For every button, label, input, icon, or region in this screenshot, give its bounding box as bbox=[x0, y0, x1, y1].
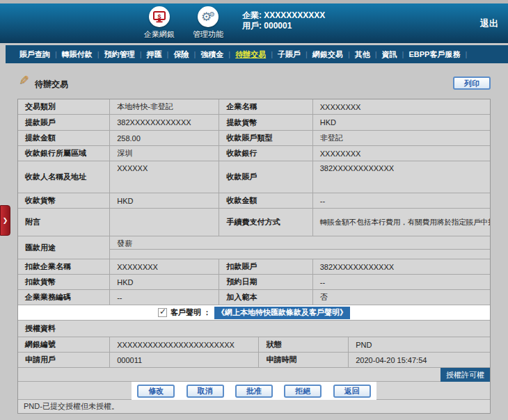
approve-button[interactable]: 批准 bbox=[235, 385, 273, 398]
field-label: 收款人名稱及地址 bbox=[18, 161, 110, 193]
nav-management-functions[interactable]: ⚙ 管理功能 bbox=[193, 6, 223, 40]
field-value: -- bbox=[313, 193, 490, 208]
nav-item-pending-transactions[interactable]: 待辦交易 bbox=[235, 49, 278, 60]
field-label: 扣款賬戶 bbox=[219, 259, 312, 274]
authorization-section-header: 授權資料 bbox=[18, 321, 490, 337]
field-label: 收款銀行 bbox=[219, 146, 312, 161]
table-row: 收款貨幣 HKD 收款金額 -- bbox=[18, 193, 490, 209]
panel-expand-tab[interactable] bbox=[0, 205, 10, 236]
table-row: 提款金額 258.00 收款賬戶類型 非登記 bbox=[18, 131, 490, 146]
table-row: 匯款用途 發薪 bbox=[18, 236, 490, 259]
cancel-button[interactable]: 取消 bbox=[186, 385, 224, 398]
nav-item-schedule-mgmt[interactable]: 預約管理 bbox=[104, 49, 147, 60]
nav-item-account-inquiry[interactable]: 賬戶查詢 bbox=[19, 49, 62, 60]
table-row: 交易類別 本地特快-非登記 企業名稱 XXXXXXXX bbox=[18, 99, 490, 115]
status-value: PND bbox=[349, 337, 490, 352]
field-label: 網銀編號 bbox=[18, 337, 110, 352]
field-label: 交易類別 bbox=[18, 99, 110, 114]
field-label: 收款銀行所屬區域 bbox=[18, 146, 110, 161]
field-value: HKD bbox=[110, 193, 219, 208]
nav-item-ebpp-service[interactable]: EBPP客戶服務 bbox=[408, 49, 472, 60]
nav-item-mpf[interactable]: 強積金 bbox=[200, 49, 235, 60]
page-content: ✎ 待辦交易 列印 交易類別 本地特快-非登記 企業名稱 XXXXXXXX 提款… bbox=[6, 63, 508, 414]
field-value: XXXXXXXX bbox=[313, 146, 490, 161]
field-value: XXXXXX bbox=[110, 161, 219, 193]
field-value: 382XXXXXXXXXXXX bbox=[313, 259, 490, 274]
field-label: 提款貨幣 bbox=[219, 115, 312, 130]
actions-strip: 修改 取消 批准 拒絕 返回 bbox=[132, 382, 376, 400]
nav-item-trade-finance[interactable]: 押匯 bbox=[147, 49, 174, 60]
field-value-empty bbox=[110, 250, 490, 259]
declaration-link[interactable]: 《網上本地特快匯款條款及客戶聲明》 bbox=[214, 307, 350, 319]
field-label: 扣款企業名稱 bbox=[18, 259, 110, 274]
gears-icon: ⚙ bbox=[198, 6, 219, 27]
table-row: 扣款企業名稱 XXXXXXXX 扣款賬戶 382XXXXXXXXXXXX bbox=[18, 259, 490, 275]
section-title: 授權資料 bbox=[18, 321, 56, 337]
table-row: 申請用戶 000011 申請時間 2020-04-20 15:47:54 bbox=[18, 353, 490, 368]
field-value: XXXXXXXX bbox=[110, 259, 219, 274]
field-value: 否 bbox=[313, 290, 490, 305]
nav-corporate-ebanking[interactable]: $ 企業網銀 bbox=[144, 6, 175, 40]
field-value: 發薪 bbox=[110, 236, 490, 250]
main-nav: 賬戶查詢 轉賬付款 預約管理 押匯 保險 強積金 待辦交易 子賬戶 網銀交易 其… bbox=[6, 45, 508, 63]
management-functions-label: 管理功能 bbox=[193, 29, 223, 40]
user-id: 用戶: 000001 bbox=[242, 21, 325, 31]
nav-item-insurance[interactable]: 保險 bbox=[173, 49, 200, 60]
field-value: 非登記 bbox=[313, 131, 490, 145]
table-row: 附言 手續費支付方式 轉賬金額不包括本行費用，有關費用將於指定賬戶中扣除 bbox=[18, 209, 490, 236]
field-value: 382XXXXXXXXXXXX bbox=[110, 115, 219, 130]
table-row: 收款人名稱及地址 XXXXXX 收款賬戶 382XXXXXXXXXXXX bbox=[18, 161, 490, 193]
field-label: 企業名稱 bbox=[219, 99, 312, 114]
table-row: 扣款貨幣 HKD 預約日期 -- bbox=[18, 275, 490, 290]
company-id: 企業: XXXXXXXXXXX bbox=[242, 10, 325, 21]
app-header: $ 企業網銀 ⚙ 管理功能 企業: XXXXXXXXXXX 用戶: 000001… bbox=[0, 3, 508, 43]
nav-item-information[interactable]: 資訊 bbox=[382, 49, 409, 60]
field-label: 收款貨幣 bbox=[18, 193, 110, 208]
field-label: 申請時間 bbox=[259, 353, 349, 367]
logout-button[interactable]: 退出 bbox=[480, 17, 498, 30]
field-value: 2020-04-20 15:47:54 bbox=[349, 353, 490, 367]
nav-item-others[interactable]: 其他 bbox=[355, 49, 382, 60]
field-value: 深圳 bbox=[110, 146, 219, 161]
modify-button[interactable]: 修改 bbox=[137, 385, 175, 398]
field-value: -- bbox=[313, 275, 490, 289]
field-label: 預約日期 bbox=[219, 275, 312, 289]
field-label: 收款賬戶類型 bbox=[219, 131, 312, 145]
field-value: 000011 bbox=[110, 353, 259, 367]
declaration-checkbox[interactable] bbox=[158, 308, 167, 317]
field-label: 提款賬戶 bbox=[18, 115, 110, 130]
nav-item-sub-account[interactable]: 子賬戶 bbox=[278, 49, 312, 60]
field-value: -- bbox=[110, 290, 219, 305]
field-value: HKD bbox=[313, 115, 490, 130]
print-button[interactable]: 列印 bbox=[453, 76, 491, 90]
back-button[interactable]: 返回 bbox=[333, 385, 371, 398]
field-value: 轉賬金額不包括本行費用，有關費用將於指定賬戶中扣除 bbox=[313, 209, 490, 236]
field-label: 加入範本 bbox=[219, 290, 312, 305]
field-label: 收款金額 bbox=[219, 193, 312, 208]
field-value bbox=[110, 209, 219, 236]
field-label: 匯款用途 bbox=[18, 236, 110, 259]
nav-item-transfer-payment[interactable]: 轉賬付款 bbox=[62, 49, 104, 60]
edit-pencil-icon: ✎ bbox=[19, 73, 29, 88]
svg-text:$: $ bbox=[157, 13, 161, 19]
page-title: 待辦交易 bbox=[35, 79, 68, 90]
field-value: 258.00 bbox=[110, 131, 219, 145]
field-label: 申請用戶 bbox=[18, 353, 110, 367]
field-value: 382XXXXXXXXXXXX bbox=[313, 161, 490, 193]
nav-item-ebanking-transactions[interactable]: 網銀交易 bbox=[312, 49, 355, 60]
table-row: 提款賬戶 382XXXXXXXXXXXX 提款貨幣 HKD bbox=[18, 115, 490, 131]
field-label: 手續費支付方式 bbox=[219, 209, 312, 236]
monitor-dollar-icon: $ bbox=[149, 6, 170, 27]
field-value: 本地特快-非登記 bbox=[110, 99, 219, 114]
transaction-detail-table: 交易類別 本地特快-非登記 企業名稱 XXXXXXXX 提款賬戶 382XXXX… bbox=[17, 99, 491, 414]
table-row: 收款銀行所屬區域 深圳 收款銀行 XXXXXXXX bbox=[18, 146, 490, 161]
reject-button[interactable]: 拒絕 bbox=[284, 385, 322, 398]
field-label: 扣款貨幣 bbox=[18, 275, 110, 289]
permission-row: 授權許可權 bbox=[18, 368, 490, 382]
field-value: HKD bbox=[110, 275, 219, 289]
field-label: 收款賬戶 bbox=[219, 161, 312, 193]
status-footnote: PND-已提交授權但未授權。 bbox=[18, 400, 490, 413]
declaration-row: 客戶聲明 ： 《網上本地特快匯款條款及客戶聲明》 bbox=[18, 305, 490, 321]
declaration-label: 客戶聲明 ： bbox=[170, 307, 211, 318]
authorization-permission-button[interactable]: 授權許可權 bbox=[440, 368, 490, 382]
